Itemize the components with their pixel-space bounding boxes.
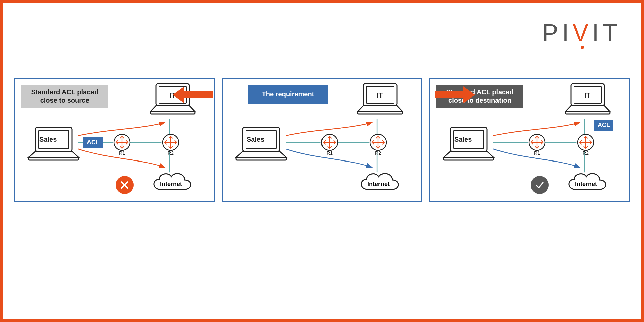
svg-rect-16: [236, 157, 286, 160]
svg-rect-27: [444, 157, 494, 160]
sales-laptop-icon: [25, 126, 82, 163]
router-r2-label: R2: [579, 150, 592, 156]
router-r2-icon: [369, 134, 387, 151]
sales-label: Sales: [39, 136, 57, 143]
panel-requirement: The requirement: [222, 78, 422, 202]
sales-label: Sales: [247, 136, 264, 143]
pivit-logo: PIVIT: [542, 19, 621, 46]
logo-i2: I: [592, 20, 603, 46]
internet-label: Internet: [367, 181, 390, 188]
router-r1-label: R1: [115, 150, 129, 156]
router-r2-label: R2: [164, 150, 177, 156]
router-r1-label: R1: [323, 150, 336, 156]
logo-t: T: [603, 20, 621, 46]
it-label: IT: [584, 91, 590, 99]
it-label: IT: [377, 91, 383, 99]
acl-badge-destination: ACL: [594, 120, 613, 131]
svg-rect-30: [565, 112, 610, 114]
sales-label: Sales: [454, 136, 472, 143]
panels-row: Standard ACL placed close to source: [14, 78, 630, 202]
arrow-right-icon: [435, 86, 475, 103]
logo-i1: I: [562, 20, 573, 46]
diagram-frame: PIVIT Standard ACL placed close to sourc…: [0, 0, 644, 322]
router-r2-icon: [577, 134, 594, 151]
sales-laptop-icon: [440, 126, 497, 163]
svg-rect-8: [150, 112, 195, 114]
internet-label: Internet: [160, 181, 182, 188]
status-incorrect-icon: [116, 176, 134, 194]
router-r1-icon: [528, 134, 546, 151]
svg-rect-19: [358, 112, 403, 114]
svg-rect-5: [28, 157, 79, 160]
arrow-left-icon: [173, 86, 213, 103]
logo-p: P: [542, 20, 562, 46]
router-r1-label: R1: [530, 150, 544, 156]
router-r1-icon: [321, 134, 338, 151]
router-r2-label: R2: [371, 150, 385, 156]
router-r1-icon: [113, 134, 131, 151]
sales-laptop-icon: [233, 126, 290, 163]
logo-v: V: [573, 19, 592, 46]
status-correct-icon: [531, 176, 549, 194]
router-r2-icon: [162, 134, 179, 151]
internet-label: Internet: [575, 181, 597, 188]
acl-badge-source: ACL: [83, 137, 103, 148]
